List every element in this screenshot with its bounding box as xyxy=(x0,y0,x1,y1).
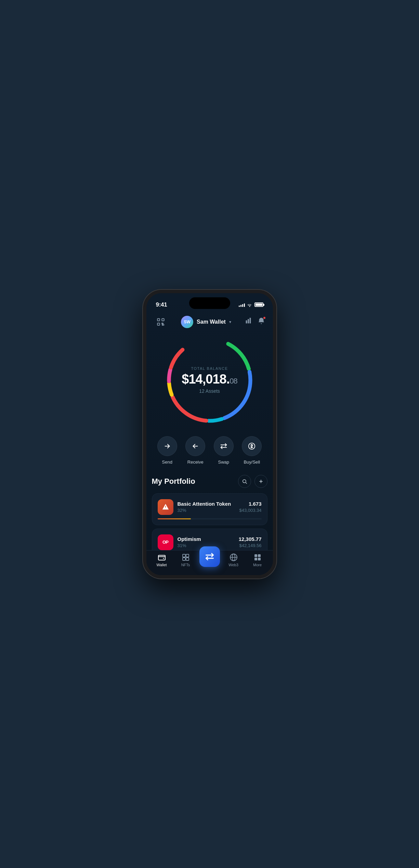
op-token-usd: $42,149.56 xyxy=(239,543,262,548)
app-header: SW Sam Wallet ▾ xyxy=(146,312,273,329)
send-icon-circle xyxy=(157,436,177,456)
nav-wallet[interactable]: Wallet xyxy=(152,553,172,567)
nfts-nav-icon xyxy=(182,553,190,561)
send-button[interactable]: Send xyxy=(157,436,177,465)
assets-count: 12 Assets xyxy=(182,388,237,394)
svg-rect-0 xyxy=(157,319,160,321)
chart-center-content: TOTAL BALANCE $14,018.08 12 Assets xyxy=(182,366,237,394)
web3-nav-icon xyxy=(230,553,238,561)
bat-token-info: Basic Attention Token 32% xyxy=(178,501,235,513)
bat-token-amount: 1.673 xyxy=(239,501,261,507)
swap-button[interactable]: Swap xyxy=(214,436,234,465)
svg-rect-28 xyxy=(183,558,185,560)
battery-fill xyxy=(256,303,262,306)
nav-web3[interactable]: Web3 xyxy=(223,553,244,567)
nav-nfts-label: NFTs xyxy=(181,563,190,567)
op-token-values: 12,305.77 $42,149.56 xyxy=(239,536,262,548)
phone-screen: 9:41 xyxy=(146,293,273,575)
receive-icon-circle xyxy=(185,436,205,456)
nav-wallet-label: Wallet xyxy=(156,563,167,567)
dynamic-island xyxy=(189,297,230,309)
balance-cents: 08 xyxy=(230,377,237,385)
wallet-nav-icon xyxy=(158,553,166,561)
portfolio-header: My Portfolio xyxy=(152,475,267,488)
swap-label: Swap xyxy=(218,459,229,465)
nav-more[interactable]: More xyxy=(247,553,268,567)
svg-rect-1 xyxy=(162,319,164,321)
swap-icon-circle xyxy=(214,436,234,456)
op-token-amount: 12,305.77 xyxy=(239,536,262,542)
more-nav-icon xyxy=(253,553,262,561)
wifi-icon xyxy=(247,303,252,307)
portfolio-title: My Portfolio xyxy=(152,477,195,486)
svg-rect-2 xyxy=(157,323,160,325)
svg-point-18 xyxy=(243,479,246,482)
nav-nfts[interactable]: NFTs xyxy=(175,553,196,567)
svg-rect-38 xyxy=(258,558,261,560)
svg-rect-35 xyxy=(254,554,257,557)
portfolio-add-button[interactable] xyxy=(254,475,267,488)
signal-bar-3 xyxy=(242,304,243,307)
bat-token-percent: 32% xyxy=(178,508,235,513)
notifications-button[interactable] xyxy=(258,317,265,326)
signal-bar-2 xyxy=(240,305,241,307)
svg-rect-5 xyxy=(250,318,251,324)
svg-rect-36 xyxy=(258,554,261,557)
status-time: 9:41 xyxy=(156,301,167,308)
buysell-label: Buy/Sell xyxy=(244,459,260,465)
svg-rect-3 xyxy=(246,320,247,323)
svg-rect-26 xyxy=(183,554,185,557)
send-label: Send xyxy=(162,459,172,465)
svg-rect-24 xyxy=(158,555,165,560)
bat-token-usd: $43,003.34 xyxy=(239,508,261,513)
battery-icon xyxy=(254,302,263,307)
signal-bar-1 xyxy=(239,306,240,307)
phone-frame: 9:41 xyxy=(143,290,276,579)
svg-line-19 xyxy=(246,482,247,483)
buysell-button[interactable]: Buy/Sell xyxy=(242,436,262,465)
action-buttons: Send Receive xyxy=(146,428,273,468)
svg-rect-4 xyxy=(248,319,249,324)
balance-chart: TOTAL BALANCE $14,018.08 12 Assets xyxy=(162,332,258,428)
op-token-name: Optimism xyxy=(178,536,235,542)
bat-token-name: Basic Attention Token xyxy=(178,501,235,507)
chart-button[interactable] xyxy=(245,317,252,326)
op-token-icon: OP xyxy=(158,534,173,550)
center-action-icon xyxy=(205,552,214,561)
scan-button[interactable] xyxy=(154,315,168,329)
user-avatar: SW xyxy=(181,316,193,328)
receive-button[interactable]: Receive xyxy=(185,436,205,465)
bat-token-icon xyxy=(158,499,173,515)
buysell-icon-circle xyxy=(242,436,262,456)
svg-rect-29 xyxy=(186,558,189,560)
bottom-navigation: Wallet NFTs xyxy=(146,550,273,575)
bat-progress-bar xyxy=(158,518,262,519)
portfolio-search-button[interactable] xyxy=(238,475,251,488)
svg-rect-27 xyxy=(186,554,189,557)
bat-row: Basic Attention Token 32% 1.673 $43,003.… xyxy=(158,499,262,515)
svg-rect-37 xyxy=(254,558,257,560)
bat-token-values: 1.673 $43,003.34 xyxy=(239,501,261,513)
wallet-name: Sam Wallet xyxy=(197,319,226,325)
total-balance-label: TOTAL BALANCE xyxy=(182,366,237,371)
signal-bar-4 xyxy=(244,303,245,307)
balance-amount: $14,018.08 xyxy=(182,373,237,386)
portfolio-item-bat[interactable]: Basic Attention Token 32% 1.673 $43,003.… xyxy=(152,493,267,525)
notification-badge xyxy=(263,316,266,319)
status-icons xyxy=(239,302,263,307)
nav-more-label: More xyxy=(253,563,262,567)
bat-progress-fill xyxy=(158,518,191,519)
chevron-down-icon: ▾ xyxy=(229,320,231,324)
svg-point-25 xyxy=(163,558,164,559)
portfolio-actions xyxy=(238,475,267,488)
signal-bars-icon xyxy=(239,303,245,307)
nav-center-action-button[interactable] xyxy=(199,546,220,567)
receive-label: Receive xyxy=(187,459,204,465)
nav-web3-label: Web3 xyxy=(228,563,238,567)
wallet-selector[interactable]: SW Sam Wallet ▾ xyxy=(181,316,231,328)
header-right-actions xyxy=(245,317,265,326)
